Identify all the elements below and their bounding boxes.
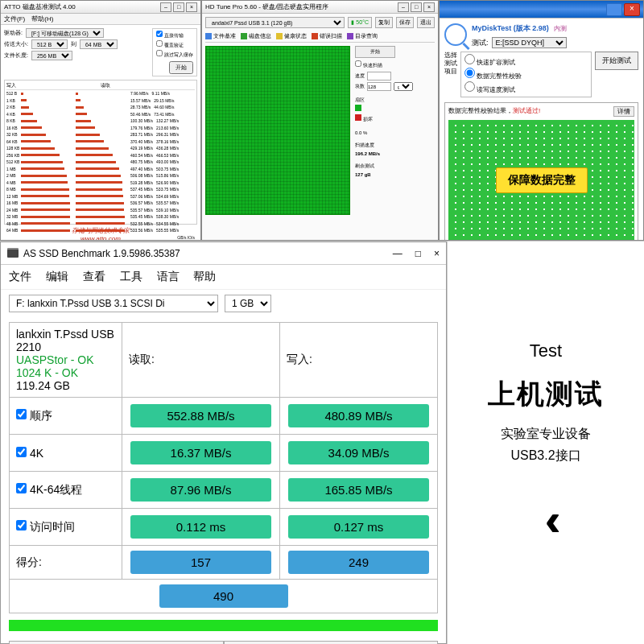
length-label: 文件长度: xyxy=(4,51,28,60)
check-cache[interactable]: 跳过写入缓存 xyxy=(156,52,193,57)
mydisk-device-select[interactable]: E:[SSD DYQH] xyxy=(492,37,567,48)
close-button[interactable]: × xyxy=(434,248,440,259)
transfer-to[interactable]: 64 MB xyxy=(80,39,118,49)
minimize-button[interactable] xyxy=(606,3,622,16)
ok-icon xyxy=(355,105,361,111)
access-write: 0.127 ms xyxy=(288,515,429,539)
4k64-read: 87.96 MB/s xyxy=(130,478,271,502)
asssd-size-select[interactable]: 1 GB xyxy=(225,295,271,312)
score-read: 157 xyxy=(130,551,271,574)
menu-tools[interactable]: 工具 xyxy=(120,270,142,283)
tab-errorscan[interactable]: 错误扫描 xyxy=(312,32,342,40)
integrity-banner: 保障数据完整 xyxy=(496,167,588,193)
minimize-button[interactable]: — xyxy=(393,248,402,259)
close-button[interactable]: × xyxy=(423,2,435,12)
details-button[interactable]: 详情 xyxy=(613,106,634,117)
atto-start-button[interactable]: 开始 xyxy=(169,61,193,74)
minimize-button[interactable]: – xyxy=(160,2,171,12)
col-write: 写入 xyxy=(6,82,101,89)
atto-chart: 写入读取 512 B7.96 MB/s9.11 MB/s1 KB15.57 MB… xyxy=(4,80,197,225)
menu-help[interactable]: 帮助 xyxy=(193,270,216,283)
mydisk-window: × MyDiskTest (版本 2.98)内测 测试:E:[SSD DYQH]… xyxy=(439,0,644,241)
asssd-start-button[interactable]: 开始 xyxy=(9,641,224,644)
atto-controls: 驱动器:[F:] 可移动磁盘(128 G) 传送大小:512 B到64 MB 文… xyxy=(4,28,197,76)
exit-button[interactable]: 退出 xyxy=(417,17,435,28)
asssd-stop-button[interactable]: 中止 xyxy=(224,641,439,644)
opt-integrity[interactable]: 数据完整性校验 xyxy=(464,68,588,81)
close-button[interactable]: × xyxy=(186,2,197,12)
drive-select[interactable]: [F:] 可移动磁盘(128 G) xyxy=(26,28,104,38)
disk-icon xyxy=(7,250,19,258)
transfer-from[interactable]: 512 B xyxy=(31,39,68,49)
atto-title: ATTO 磁盘基准测试 4.00 xyxy=(4,2,76,11)
tab-filebench[interactable]: 文件基准 xyxy=(205,32,236,40)
save-button[interactable]: 保存 xyxy=(396,17,414,28)
hdtune-scan-grid xyxy=(205,46,350,215)
score-total: 490 xyxy=(159,584,288,608)
opt-label: 选择 测试 项目 xyxy=(444,52,457,76)
opt-quick[interactable]: 快速扩容测试 xyxy=(464,54,588,68)
integrity-grid: 保障数据完整 xyxy=(448,120,634,241)
col-write: 写入: xyxy=(280,323,438,398)
tab-folder[interactable]: 目录查询 xyxy=(347,32,378,40)
menu-view[interactable]: 查看 xyxy=(83,270,105,283)
menu-help[interactable]: 帮助(H) xyxy=(31,15,53,23)
tab-health[interactable]: 健康状态 xyxy=(276,32,307,40)
asssd-menu: 文件 编辑 查看 工具 语言 帮助 xyxy=(1,265,446,290)
promo-sub1: 实验室专业设备 xyxy=(501,426,591,443)
opt-speed[interactable]: 读写速度测试 xyxy=(464,81,588,95)
quick-scan-check[interactable]: 快速扫描 xyxy=(355,63,382,68)
tab-info[interactable]: 磁盘信息 xyxy=(241,32,271,40)
maximize-button[interactable]: □ xyxy=(173,2,184,12)
menu-file[interactable]: 文件 xyxy=(9,270,31,283)
promo-heading: 上机测试 xyxy=(488,376,604,413)
row-4k64[interactable]: 4K-64线程 xyxy=(10,472,122,509)
hdtune-start-button[interactable]: 开始 xyxy=(355,46,395,58)
hdtune-tabs: 文件基准 磁盘信息 健康状态 错误扫描 目录查询 xyxy=(205,31,435,43)
row-4k[interactable]: 4K xyxy=(10,435,122,472)
asssd-window: AS SSD Benchmark 1.9.5986.35387—□× 文件 编辑… xyxy=(0,242,447,644)
check-direct[interactable]: 直接传输 xyxy=(156,33,184,38)
menu-file[interactable]: 文件(F) xyxy=(4,15,25,23)
damaged-icon xyxy=(355,114,361,121)
temp-indicator: ▮ 50°C xyxy=(348,17,372,28)
mydisk-titlebar: × xyxy=(440,1,643,19)
menu-edit[interactable]: 编辑 xyxy=(46,270,68,283)
blocks-label: 块数 xyxy=(355,82,365,91)
length-select[interactable]: 256 MB xyxy=(31,51,72,60)
speed-input[interactable] xyxy=(367,72,391,80)
promo-panel: Test 上机测试 实验室专业设备 USB3.2接口 ‹‹ xyxy=(447,242,644,644)
atto-titlebar: ATTO 磁盘基准测试 4.00–□× xyxy=(1,1,200,14)
maximize-button[interactable]: □ xyxy=(411,2,422,12)
asssd-results-table: lankxin T.Pssd USB 2210 UASPStor - OK 10… xyxy=(9,322,438,613)
promo-sub2: USB3.2接口 xyxy=(510,448,580,464)
maximize-button[interactable]: □ xyxy=(415,248,421,259)
mydisk-start-button[interactable]: 开始测试 xyxy=(595,52,638,70)
speed-label: 速度 xyxy=(355,72,365,80)
mydisk-title: MyDiskTest (版本 2.98) xyxy=(472,24,549,32)
atto-menubar: 文件(F)帮助(H) xyxy=(1,14,200,25)
4k-read: 16.37 MB/s xyxy=(130,441,271,464)
col-read: 读取: xyxy=(122,323,280,398)
pass-text: 测试通过! xyxy=(513,107,540,114)
asssd-title: AS SSD Benchmark 1.9.5986.35387 xyxy=(23,248,180,259)
progress-bar xyxy=(9,620,438,631)
unit-select[interactable]: gB xyxy=(394,82,413,91)
device-info: lankxin T.Pssd USB 2210 UASPStor - OK 10… xyxy=(10,323,122,398)
copy-button[interactable]: 复制 xyxy=(375,17,393,28)
access-read: 0.112 ms xyxy=(130,515,271,539)
blocks-input[interactable] xyxy=(367,82,391,91)
close-button[interactable]: × xyxy=(624,3,640,16)
hdtune-device-select[interactable]: andaixi7 Pssd USB 3.1 (120 gB) xyxy=(205,17,345,28)
check-verify[interactable]: 覆盖验证 xyxy=(156,43,184,47)
beta-badge: 内测 xyxy=(554,25,567,32)
menu-lang[interactable]: 语言 xyxy=(157,270,180,283)
hdtune-titlebar: HD Tune Pro 5.60 - 硬盘/固态硬盘实用程序–□× xyxy=(202,1,438,14)
row-seq[interactable]: 顺序 xyxy=(10,398,122,435)
row-access[interactable]: 访问时间 xyxy=(10,509,122,546)
seq-write: 480.89 MB/s xyxy=(288,404,429,427)
minimize-button[interactable]: – xyxy=(398,2,409,12)
col-read: 读取 xyxy=(101,82,195,89)
asssd-device-select[interactable]: F: lankxin T.Pssd USB 3.1 SCSI Di xyxy=(9,295,218,312)
drive-label: 驱动器: xyxy=(4,28,23,38)
